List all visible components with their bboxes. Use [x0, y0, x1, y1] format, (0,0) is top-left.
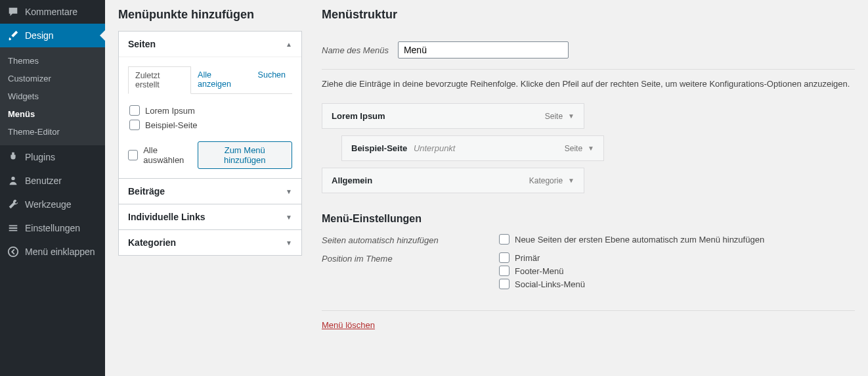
location-checkbox-social[interactable] [499, 279, 510, 289]
caret-up-icon: ▲ [286, 41, 292, 48]
sidebar-item-label: Plugins [25, 152, 55, 162]
svg-point-0 [11, 177, 14, 180]
menu-name-label: Name des Menüs [322, 45, 389, 55]
caret-down-icon: ▼ [286, 239, 292, 247]
menu-item-type: Seite [565, 144, 582, 153]
sidebar-item-tools[interactable]: Werkzeuge [0, 193, 105, 216]
menu-structure-item[interactable]: Allgemein Kategorie ▼ [322, 168, 584, 193]
add-items-title: Menüpunkte hinzufügen [118, 8, 302, 22]
submenu-customizer[interactable]: Customizer [0, 70, 105, 87]
page-item-row[interactable]: Lorem Ipsum [129, 103, 291, 118]
menu-settings-title: Menü-Einstellungen [322, 213, 855, 225]
panel-pages-body: Zuletzt erstellt Alle anzeigen Suchen Lo… [119, 57, 301, 178]
caret-down-icon: ▼ [286, 188, 292, 195]
menu-structure-item[interactable]: Lorem Ipsum Seite ▼ [322, 103, 584, 129]
menu-name-input[interactable] [398, 41, 569, 59]
location-option-label: Footer-Menü [515, 266, 563, 276]
menu-item-type: Seite [545, 112, 563, 121]
menu-item-type: Kategorie [529, 176, 563, 185]
auto-add-label: Seiten automatisch hinzufügen [322, 234, 499, 245]
submenu-menus[interactable]: Menüs [0, 105, 105, 123]
select-all-checkbox[interactable] [128, 150, 138, 160]
sidebar-item-label: Menü einklappen [25, 247, 95, 257]
page-item-row[interactable]: Beispiel-Seite [129, 118, 291, 132]
panel-label: Individuelle Links [128, 212, 205, 222]
add-items-accordion: Seiten ▲ Zuletzt erstellt Alle anzeigen … [118, 31, 302, 256]
tab-recent[interactable]: Zuletzt erstellt [128, 66, 191, 94]
page-item-label: Beispiel-Seite [145, 120, 198, 130]
expand-icon[interactable]: ▼ [568, 112, 575, 120]
add-to-menu-button[interactable]: Zum Menü hinzufügen [198, 141, 292, 169]
menu-item-title: Lorem Ipsum [332, 111, 385, 121]
brush-icon [7, 29, 20, 42]
plug-icon [7, 151, 20, 164]
expand-icon[interactable]: ▼ [568, 177, 575, 184]
sidebar-item-label: Benutzer [25, 176, 62, 186]
sidebar-item-comments[interactable]: Kommentare [0, 0, 105, 24]
sidebar-item-settings[interactable]: Einstellungen [0, 216, 105, 240]
submenu-widgets[interactable]: Widgets [0, 87, 105, 105]
user-icon [7, 174, 20, 187]
location-label: Position im Theme [322, 252, 499, 264]
wrench-icon [7, 198, 20, 211]
menu-structure-title: Menüstruktur [322, 8, 855, 22]
panel-posts-head[interactable]: Beiträge ▼ [119, 178, 301, 204]
location-option-label: Social-Links-Menü [515, 279, 585, 289]
submenu-themes[interactable]: Themes [0, 52, 105, 70]
panel-custom-links-head[interactable]: Individuelle Links ▼ [119, 204, 301, 229]
panel-label: Kategorien [128, 237, 176, 248]
page-item-label: Lorem Ipsum [145, 106, 195, 116]
comment-icon [7, 5, 20, 18]
menu-structure-item[interactable]: Beispiel-Seite Unterpunkt Seite ▼ [341, 135, 604, 161]
tab-view-all[interactable]: Alle anzeigen [191, 66, 251, 93]
location-checkbox-primary[interactable] [499, 252, 510, 263]
svg-point-1 [9, 247, 18, 256]
sidebar-submenu-design: Themes Customizer Widgets Menüs Theme-Ed… [0, 47, 105, 145]
expand-icon[interactable]: ▼ [588, 145, 594, 152]
structure-hint: Ziehe die Einträge in deine bevorzugte R… [322, 79, 855, 89]
menu-item-sublabel: Unterpunkt [414, 143, 456, 153]
sidebar-item-design[interactable]: Design [0, 24, 105, 47]
sliders-icon [7, 222, 20, 235]
caret-down-icon: ▼ [286, 214, 292, 221]
submenu-theme-editor[interactable]: Theme-Editor [0, 123, 105, 141]
auto-add-checkbox[interactable] [499, 234, 510, 245]
panel-pages-head[interactable]: Seiten ▲ [119, 32, 301, 57]
location-option-label: Primär [515, 253, 540, 263]
location-checkbox-footer[interactable] [499, 266, 510, 276]
sidebar-item-label: Kommentare [25, 7, 77, 17]
page-checkbox[interactable] [129, 105, 140, 116]
menu-item-title: Allgemein [332, 176, 372, 185]
panel-categories-head[interactable]: Kategorien ▼ [119, 229, 301, 255]
sidebar-collapse[interactable]: Menü einklappen [0, 240, 105, 264]
page-checkbox[interactable] [129, 120, 140, 130]
sidebar-item-label: Design [25, 30, 54, 41]
menu-item-title: Beispiel-Seite [351, 143, 407, 153]
collapse-icon [7, 245, 20, 258]
delete-menu-link[interactable]: Menü löschen [322, 320, 375, 330]
select-all-label: Alle auswählen [143, 145, 197, 165]
sidebar-item-users[interactable]: Benutzer [0, 169, 105, 193]
panel-label: Seiten [128, 39, 156, 49]
sidebar-item-label: Werkzeuge [25, 199, 72, 210]
sidebar-item-label: Einstellungen [25, 223, 80, 233]
tab-search[interactable]: Suchen [251, 66, 292, 93]
auto-add-option-label: Neue Seiten der ersten Ebene automatisch… [515, 235, 764, 245]
panel-label: Beiträge [128, 186, 165, 197]
sidebar-item-plugins[interactable]: Plugins [0, 145, 105, 169]
